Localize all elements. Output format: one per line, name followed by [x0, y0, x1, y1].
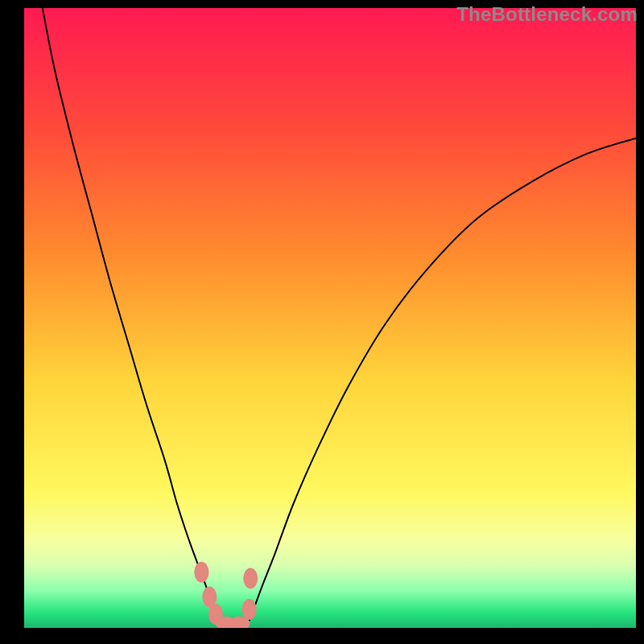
- bottleneck-chart: [24, 8, 636, 628]
- gradient-background: [24, 8, 636, 628]
- marker-dot: [243, 568, 258, 588]
- chart-frame: [24, 8, 636, 628]
- marker-dot: [242, 599, 257, 620]
- marker-dot: [194, 562, 208, 583]
- watermark-text: TheBottleneck.com: [456, 3, 638, 26]
